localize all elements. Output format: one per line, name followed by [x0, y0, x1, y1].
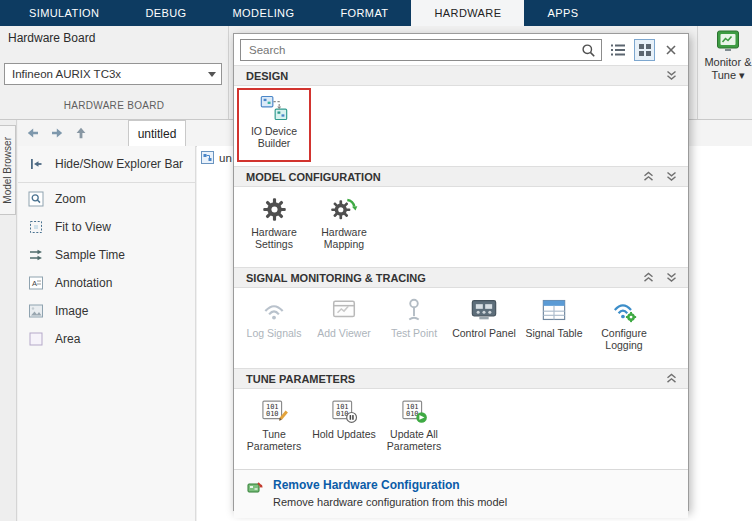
monitor-tune-label: Monitor & Tune ▾: [700, 56, 752, 82]
zoom-icon: [28, 191, 44, 207]
model-file-icon: [201, 151, 214, 164]
forward-button[interactable]: [48, 124, 66, 142]
area-icon: [28, 331, 44, 347]
gallery-item-label: Signal Table: [525, 327, 582, 339]
gallery-item-test-point: Test Point: [379, 292, 449, 339]
section-title: DESIGN: [246, 70, 288, 82]
chevrons-up-icon[interactable]: [665, 373, 678, 384]
model-browser-tab[interactable]: Model Browser: [0, 125, 16, 215]
menubar: SIMULATION DEBUG MODELING FORMAT HARDWAR…: [0, 0, 752, 26]
chevrons-down-icon[interactable]: [665, 272, 678, 283]
gallery-item-control-panel[interactable]: Control Panel: [449, 292, 519, 339]
list-view-icon: [610, 43, 626, 57]
gallery-item-hardware-settings[interactable]: Hardware Settings: [239, 191, 309, 250]
toolstrip-divider: [697, 26, 698, 119]
gallery-item-tune-parameters[interactable]: 101 010 Tune Parameters: [239, 393, 309, 452]
configure-logging-icon: [608, 295, 640, 325]
section-title: TUNE PARAMETERS: [246, 373, 355, 385]
hardware-settings-icon: [258, 194, 290, 224]
image-icon: [28, 303, 44, 319]
breadcrumb-label: un: [219, 152, 232, 164]
control-panel-icon: [468, 295, 500, 325]
section-header-model-configuration[interactable]: MODEL CONFIGURATION: [234, 166, 688, 187]
io-device-builder-icon: [258, 93, 290, 123]
section-content-signal-monitoring: Log Signals Add Viewer Test Point: [234, 288, 688, 368]
section-content-design: IO Device Builder: [234, 86, 688, 166]
gallery-item-label: Control Panel: [452, 327, 516, 339]
breadcrumb[interactable]: un: [201, 151, 232, 164]
gallery-item-label: Test Point: [391, 327, 437, 339]
section-title: MODEL CONFIGURATION: [246, 171, 381, 183]
tune-parameters-icon: 101 010: [258, 396, 290, 426]
monitor-tune-icon: [716, 29, 740, 53]
arrow-right-icon: [49, 125, 65, 141]
gallery-item-configure-logging[interactable]: Configure Logging: [589, 292, 659, 351]
svg-text:010: 010: [266, 410, 279, 418]
document-tab-label: untitled: [138, 127, 177, 141]
annotation-icon: A: [28, 275, 44, 291]
document-tab-untitled[interactable]: untitled: [128, 120, 186, 146]
gallery-item-label: Add Viewer: [317, 327, 371, 339]
hardware-board-label: Hardware Board: [8, 31, 95, 45]
palette-item-sample-time[interactable]: Sample Time: [18, 241, 195, 269]
tab-apps[interactable]: APPS: [524, 0, 601, 26]
hold-updates-icon: 101 010: [328, 396, 360, 426]
palette-item-fit-to-view[interactable]: Fit to View: [18, 213, 195, 241]
chevrons-down-icon[interactable]: [665, 70, 678, 81]
gallery-item-log-signals: Log Signals: [239, 292, 309, 339]
tab-hardware[interactable]: HARDWARE: [411, 0, 524, 26]
tab-simulation[interactable]: SIMULATION: [6, 0, 122, 26]
palette-item-label: Annotation: [55, 276, 112, 290]
gallery-item-label: Hardware Mapping: [309, 226, 379, 250]
palette-item-explorer-bar[interactable]: Hide/Show Explorer Bar: [18, 148, 195, 180]
gallery-item-signal-table[interactable]: Signal Table: [519, 292, 589, 339]
section-header-design[interactable]: DESIGN: [234, 65, 688, 86]
list-view-button[interactable]: [607, 39, 629, 61]
back-button[interactable]: [24, 124, 42, 142]
toolstrip-divider: [228, 26, 229, 119]
canvas-palette: Hide/Show Explorer Bar Zoom Fit to View …: [18, 146, 196, 521]
up-button[interactable]: [72, 124, 90, 142]
svg-text:A: A: [32, 279, 37, 288]
gallery-item-add-viewer: Add Viewer: [309, 292, 379, 339]
palette-item-area[interactable]: Area: [18, 325, 195, 353]
update-all-parameters-icon: 101 010: [398, 396, 430, 426]
section-header-signal-monitoring[interactable]: SIGNAL MONITORING & TRACING: [234, 267, 688, 288]
section-header-tune-parameters[interactable]: TUNE PARAMETERS: [234, 368, 688, 389]
palette-item-zoom[interactable]: Zoom: [18, 185, 195, 213]
add-viewer-icon: [328, 295, 360, 325]
palette-item-image[interactable]: Image: [18, 297, 195, 325]
gallery-item-label: IO Device Builder: [239, 125, 309, 149]
tab-modeling[interactable]: MODELING: [210, 0, 318, 26]
hardware-mapping-icon: [328, 194, 360, 224]
monitor-tune-button[interactable]: Monitor & Tune ▾: [700, 29, 752, 82]
remove-hardware-icon: [246, 478, 264, 496]
gallery-item-hold-updates[interactable]: 101 010 Hold Updates: [309, 393, 379, 440]
gallery-item-hardware-mapping[interactable]: Hardware Mapping: [309, 191, 379, 250]
palette-divider: [18, 182, 195, 183]
close-popup-button[interactable]: [660, 39, 682, 61]
fit-to-view-icon: [28, 219, 44, 235]
grid-view-button[interactable]: [634, 39, 656, 61]
search-input[interactable]: [247, 43, 581, 57]
tab-format[interactable]: FORMAT: [317, 0, 411, 26]
grid-view-icon: [638, 43, 652, 57]
palette-item-annotation[interactable]: A Annotation: [18, 269, 195, 297]
chevrons-down-icon[interactable]: [665, 171, 678, 182]
tab-debug[interactable]: DEBUG: [122, 0, 209, 26]
remove-hardware-configuration[interactable]: Remove Hardware Configuration Remove har…: [234, 469, 688, 518]
section-content-tune-parameters: 101 010 Tune Parameters 101 010: [234, 389, 688, 469]
model-browser-label: Model Browser: [2, 137, 13, 204]
chevrons-up-icon[interactable]: [642, 171, 655, 182]
test-point-icon: [398, 295, 430, 325]
palette-item-label: Fit to View: [55, 220, 111, 234]
search-box[interactable]: [240, 39, 602, 61]
gallery-item-label: Tune Parameters: [239, 428, 309, 452]
hardware-board-dropdown[interactable]: Infineon AURIX TC3x: [4, 63, 222, 85]
gallery-item-label: Log Signals: [247, 327, 302, 339]
remove-hardware-link[interactable]: Remove Hardware Configuration: [273, 478, 507, 492]
explorer-bar-icon: [28, 156, 44, 172]
gallery-item-io-device-builder[interactable]: IO Device Builder: [239, 90, 309, 160]
chevrons-up-icon[interactable]: [642, 272, 655, 283]
gallery-item-update-all-parameters[interactable]: 101 010 Update All Parameters: [379, 393, 449, 452]
